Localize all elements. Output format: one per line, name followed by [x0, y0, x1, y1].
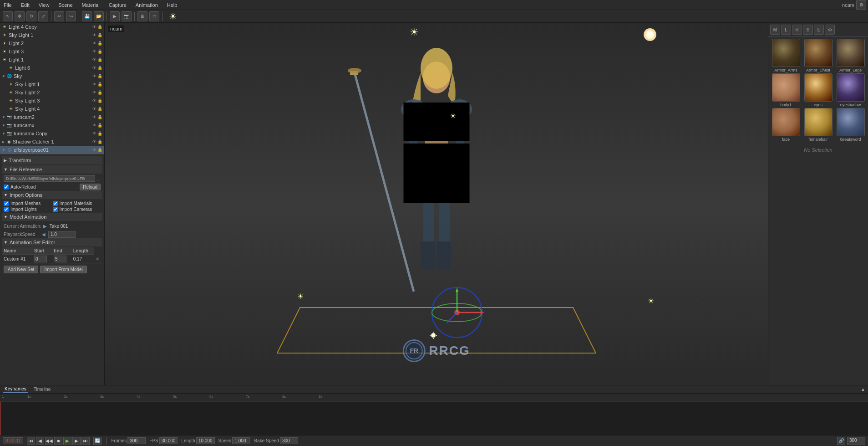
outliner-item-light1[interactable]: ☀ Light 1 👁🔒 — [0, 56, 104, 64]
play-back-button[interactable]: ◀◀ — [45, 437, 53, 445]
transform-section-header[interactable]: ▶ Transform — [2, 156, 102, 164]
viewport[interactable]: ncam ☀ — [105, 23, 768, 385]
tab-keyframes[interactable]: Keyframes — [3, 386, 28, 393]
anim-end-input[interactable] — [54, 256, 66, 262]
import-cameras-checkbox[interactable]: Import Cameras — [53, 207, 101, 212]
material-thumb-armor-arms[interactable]: Armor_Arms — [770, 39, 802, 72]
stop-button[interactable]: ■ — [54, 437, 62, 445]
outliner-item-skylight1b[interactable]: ☀ Sky Light 1 👁🔒 — [0, 80, 104, 88]
material-thumb-face[interactable]: face — [770, 108, 802, 142]
menu-scene[interactable]: Scene — [56, 1, 74, 9]
export-icon[interactable]: E — [814, 25, 824, 35]
anim-start-input[interactable] — [34, 256, 47, 262]
outliner-item-light3[interactable]: ☀ Light 3 👁🔒 — [0, 47, 104, 56]
menu-help[interactable]: Help — [165, 1, 179, 9]
add-new-set-button[interactable]: Add New Set — [4, 266, 38, 273]
menu-view[interactable]: View — [37, 1, 51, 9]
reload-button[interactable]: Reload — [80, 184, 101, 190]
length-value[interactable]: 10.000 — [196, 437, 215, 444]
fps-value[interactable]: 30.000 — [159, 437, 178, 444]
auto-reload-row: Auto-Reload Reload — [2, 183, 102, 191]
material-thumb-img-body1 — [772, 73, 800, 102]
wireframe-icon[interactable]: ◻ — [149, 11, 159, 21]
menu-material[interactable]: Material — [80, 1, 102, 9]
material-icon[interactable]: M — [770, 25, 780, 35]
light-right-icon[interactable]: L — [781, 25, 791, 35]
playback-speed-input[interactable] — [48, 231, 76, 238]
material-thumb-eyes[interactable]: eyes — [802, 73, 834, 107]
speed-value[interactable]: 1.000 — [232, 437, 250, 444]
import-meshes-checkbox[interactable]: Import Meshes — [4, 201, 52, 206]
outliner-label: turncam2 — [14, 114, 35, 120]
menu-file[interactable]: File — [2, 1, 14, 9]
frames-label: Frames — [111, 438, 127, 443]
settings-right-icon[interactable]: ⚙ — [825, 25, 835, 35]
snapshot-icon[interactable]: 📷 — [122, 11, 132, 21]
tab-timeline[interactable]: Timeline — [32, 386, 52, 392]
material-thumb-greatsword[interactable]: Greatsword — [835, 108, 866, 142]
undo-icon[interactable]: ↩ — [54, 11, 64, 21]
outliner-item-skylight1[interactable]: ☀ Sky Light 1 👁🔒 — [0, 31, 104, 39]
material-thumb-body1[interactable]: body1 — [770, 73, 802, 107]
menu-animation[interactable]: Animation — [134, 1, 160, 9]
bake-speed-value[interactable]: 300 — [280, 437, 298, 444]
render-icon[interactable]: ▶ — [110, 11, 120, 21]
open-icon[interactable]: 📂 — [94, 11, 104, 21]
ruler-5s: 5s — [173, 395, 177, 399]
save-icon[interactable]: 💾 — [82, 11, 92, 21]
outliner-item-light4copy[interactable]: ☀ Light 4 Copy 👁 🔒 — [0, 23, 104, 31]
animation-set-editor-label: Animation Set Editor — [10, 240, 55, 245]
render-right-icon[interactable]: R — [792, 25, 802, 35]
material-thumb-eyeshadow[interactable]: eyeshadow — [835, 73, 866, 107]
outliner-item-controls: 👁 🔒 — [92, 25, 102, 29]
outliner-item-light6[interactable]: ☀ Light 6 👁🔒 — [0, 64, 104, 72]
animation-set-editor-header[interactable]: ▼ Animation Set Editor — [2, 238, 102, 246]
outliner-item-elfslayerpose01[interactable]: ▼ ⬡ elfslayerpose01 👁🔒 — [0, 146, 104, 154]
settings-icon[interactable]: ⚙ — [856, 0, 866, 10]
material-thumb-armor-legs[interactable]: Armor_Legs — [835, 39, 866, 72]
file-reference-section-header[interactable]: ▼ File Reference — [2, 165, 102, 174]
outliner-item-skylight2[interactable]: ☀ Sky Light 2 👁🔒 — [0, 88, 104, 97]
outliner-item-light2[interactable]: ☀ Light 2 👁🔒 — [0, 39, 104, 47]
move-tool-icon[interactable]: ✥ — [15, 11, 25, 21]
select-tool-icon[interactable]: ↖ — [3, 11, 13, 21]
scale-tool-icon[interactable]: ⤢ — [38, 11, 48, 21]
frames-value[interactable]: 300 — [127, 437, 146, 444]
light-icon: ☀ — [8, 98, 14, 103]
material-thumb-armor-chest[interactable]: Armor_Chest — [802, 39, 834, 72]
go-to-end-button[interactable]: ⏭ — [81, 437, 90, 445]
outliner-item-sky[interactable]: ▼ 🌐 Sky 👁🔒 — [0, 72, 104, 80]
anim-row-delete-icon[interactable]: ✕ — [96, 256, 99, 261]
anim-row-name: Custom #1 — [2, 255, 32, 264]
loop-button[interactable]: 🔄 — [93, 437, 102, 445]
redo-icon[interactable]: ↪ — [66, 11, 76, 21]
rotate-tool-icon[interactable]: ↻ — [26, 11, 36, 21]
scene-right-icon[interactable]: S — [803, 25, 813, 35]
play-button[interactable]: ▶ — [63, 437, 71, 445]
import-options-header[interactable]: ▼ Import Options — [2, 191, 102, 199]
import-from-model-button[interactable]: Import From Model — [40, 266, 86, 273]
outliner-item-turncam2[interactable]: ▼ 📷 turncam2 👁🔒 — [0, 113, 104, 121]
step-back-button[interactable]: ◀ — [36, 437, 44, 445]
step-forward-button[interactable]: ▶ — [72, 437, 81, 445]
timeline-tracks[interactable] — [0, 402, 868, 435]
timeline-scroll-up[interactable]: ▲ — [861, 387, 865, 392]
go-to-start-button[interactable]: ⏮ — [27, 437, 35, 445]
outliner-item-controls: 👁🔒 — [92, 49, 102, 54]
grid-icon[interactable]: ⊞ — [137, 11, 147, 21]
outliner-item-shadowcatcher1[interactable]: ▶ ◼ Shadow Catcher 1 👁🔒 — [0, 138, 104, 146]
material-label-body1: body1 — [780, 103, 792, 107]
import-lights-checkbox[interactable]: Import Lights — [4, 207, 52, 212]
menu-edit[interactable]: Edit — [19, 1, 31, 9]
end-frame-value[interactable]: 300 — [847, 437, 865, 445]
menu-capture[interactable]: Capture — [107, 1, 128, 9]
outliner-item-skylight3[interactable]: ☀ Sky Light 3 👁🔒 — [0, 97, 104, 105]
lock-icon[interactable]: 🔗 — [837, 437, 845, 445]
import-materials-checkbox[interactable]: Import Materials — [53, 201, 101, 206]
outliner-item-turncamx[interactable]: ▼ 📷 turncamx 👁🔒 — [0, 121, 104, 129]
model-animation-header[interactable]: ▼ Model Animation — [2, 213, 102, 221]
material-thumb-femalehair[interactable]: femalehair — [802, 108, 834, 142]
outliner-item-turncamxcopy[interactable]: ▼ 📷 turncamx Copy 👁🔒 — [0, 129, 104, 138]
outliner-item-skylight4[interactable]: ☀ Sky Light 4 👁🔒 — [0, 105, 104, 113]
auto-reload-checkbox[interactable]: Auto-Reload — [4, 185, 36, 190]
